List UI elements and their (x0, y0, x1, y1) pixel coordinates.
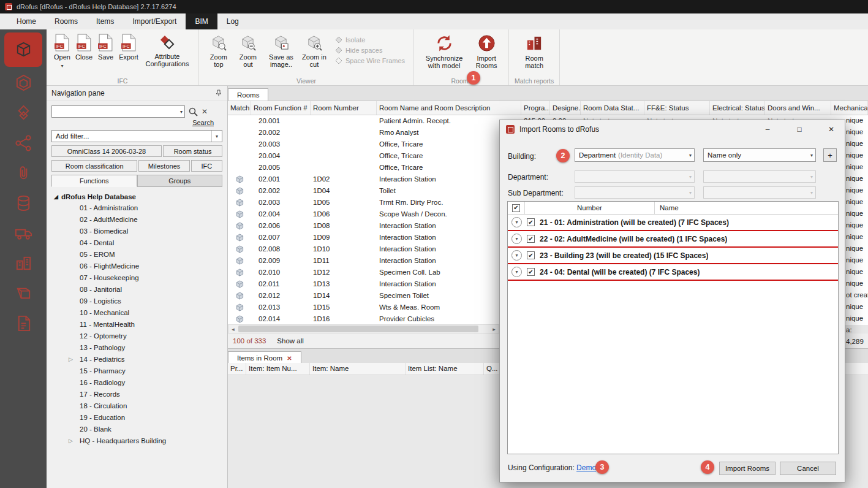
room-match-button[interactable]: Room match (514, 31, 554, 72)
column-header[interactable]: Doors and Win... (765, 101, 831, 115)
naming-dropdown[interactable]: Name only ▾ (703, 148, 816, 162)
tree-item[interactable]: ▷ 03 - Biomedical (47, 226, 227, 237)
tree-item[interactable]: ▷ 13 - Pathology (47, 342, 227, 354)
minimize-button[interactable]: – (754, 121, 781, 138)
column-header[interactable]: Room Function # (251, 101, 311, 115)
tree-item[interactable]: ▷ 01 - Administration (47, 202, 227, 214)
tree-item[interactable]: ▷ 18 - Circulation (47, 400, 227, 412)
ribbon-tab[interactable]: Rooms (45, 13, 87, 29)
tab-items-in-room[interactable]: Items in Room ✕ (228, 351, 301, 364)
sub-department-naming-dropdown[interactable]: ▾ (703, 186, 816, 199)
model-module-icon[interactable] (4, 69, 42, 97)
navigation-search-input[interactable]: ▾ (51, 105, 185, 118)
column-header[interactable]: Match (228, 101, 251, 115)
tree-item[interactable]: ▷ 08 - Janitorial (47, 284, 227, 295)
column-header[interactable]: Pr... (228, 363, 246, 375)
row-checkbox[interactable]: ✔ (527, 235, 535, 243)
tree-item[interactable]: ▷ 14 - Pediatrics (47, 354, 227, 365)
scroll-left-arrow-icon[interactable]: ◂ (228, 326, 238, 332)
tree-item-expander-icon[interactable]: ▷ (69, 354, 73, 365)
search-dropdown-caret-icon[interactable]: ▾ (180, 109, 184, 115)
save-as-image-button[interactable]: Save as image.. (263, 31, 300, 71)
filter-room-classification-button[interactable]: Room classification (51, 160, 137, 172)
row-checkbox[interactable]: ✔ (527, 218, 535, 226)
import-group-row[interactable]: ▾ ✔ 21 - 01: Administration (will be cre… (508, 215, 838, 231)
scrollbar-thumb[interactable] (238, 326, 478, 332)
column-header[interactable]: Item List: Name (406, 363, 484, 375)
tab-functions[interactable]: Functions (51, 175, 137, 187)
close-button[interactable]: ✕ (818, 121, 845, 138)
column-header[interactable]: Item: Item Nu... (246, 363, 310, 375)
show-all-link[interactable]: Show all (277, 337, 303, 345)
column-header[interactable]: FF&E: Status (644, 101, 710, 115)
tree-item[interactable]: ▷ 04 - Dental (47, 237, 227, 249)
tree-item-expander-icon[interactable]: ▷ (69, 435, 73, 447)
import-rooms-confirm-button[interactable]: Import Rooms (719, 462, 776, 475)
row-checkbox[interactable]: ✔ (527, 268, 535, 276)
filter-omniclass-button[interactable]: OmniClass 14 2006-03-28 (51, 145, 162, 157)
products-module-icon[interactable] (4, 99, 42, 127)
search-link[interactable]: Search (192, 119, 214, 126)
expand-chevron-icon[interactable]: ▾ (511, 217, 522, 227)
column-header[interactable]: Room Number (311, 101, 377, 115)
tree-root-node[interactable]: ◢ dRofus Help Database (47, 191, 227, 202)
scroll-right-arrow-icon[interactable]: ▸ (489, 326, 499, 332)
filter-room-status-button[interactable]: Room status (163, 145, 222, 157)
import-group-row[interactable]: ▾ ✔ 22 - 02: AdultMedicine (will be crea… (508, 231, 838, 248)
tab-groups[interactable]: Groups (137, 175, 223, 187)
ifc-open-button[interactable]: IFC Open▾ (51, 31, 73, 72)
horizontal-scrollbar[interactable]: ◂ ▸ (228, 324, 499, 334)
sub-department-dropdown[interactable]: ▾ (575, 186, 695, 199)
tree-item[interactable]: ▷ 07 - Housekeeping (47, 272, 227, 284)
search-icon[interactable] (189, 107, 198, 116)
column-header-number[interactable]: Number (525, 202, 655, 214)
tree-item[interactable]: ▷ 05 - EROM (47, 249, 227, 261)
import-group-row[interactable]: ▾ ✔ 23 - Building 23 (will be created) (… (508, 248, 838, 264)
cancel-button[interactable]: Cancel (780, 462, 836, 475)
tree-item[interactable]: ▷ 12 - Optometry (47, 330, 227, 342)
ifc-save-button[interactable]: IFC Save (95, 31, 116, 63)
tree-item[interactable]: ▷ 11 - MentalHealth (47, 319, 227, 330)
reports-module-icon[interactable] (4, 310, 42, 337)
filter-ifc-button[interactable]: IFC (191, 160, 222, 172)
tree-item[interactable]: ▷ 09 - Logistics (47, 295, 227, 307)
expand-chevron-icon[interactable]: ▾ (511, 250, 522, 261)
tree-item[interactable]: ▷ 20 - Blank (47, 424, 227, 435)
tree-item[interactable]: ▷ 10 - Mechanical (47, 307, 227, 319)
pin-icon[interactable] (215, 90, 222, 97)
ribbon-tab[interactable]: Home (7, 13, 45, 29)
buildings-module-icon[interactable] (4, 250, 42, 277)
tree-item[interactable]: ▷ 02 - AdultMedicine (47, 214, 227, 226)
tree-item[interactable]: ▷ 06 - FlightMedicine (47, 261, 227, 272)
attribute-configurations-button[interactable]: Attribute Configurations (141, 31, 194, 70)
building-type-dropdown[interactable]: Department(Identity Data) ▾ (575, 148, 695, 162)
synchronize-with-model-button[interactable]: Synchronize with model (419, 31, 469, 72)
rooms-module-icon[interactable] (4, 32, 42, 67)
add-mapping-button[interactable]: + (823, 148, 837, 162)
column-header[interactable]: Designe... (550, 101, 581, 115)
clear-search-icon[interactable]: ✕ (202, 107, 208, 116)
add-filter-dropdown[interactable]: Add filter... ▾ (51, 130, 222, 142)
column-header[interactable]: Mechanica... (831, 101, 868, 115)
tree-item[interactable]: ▷ 15 - Pharmacy (47, 365, 227, 377)
column-header[interactable]: Progra... (521, 101, 550, 115)
column-header[interactable]: Room Name and Room Description (377, 101, 521, 115)
tree-item[interactable]: ▷ 17 - Records (47, 389, 227, 400)
zoom-out-button[interactable]: Zoom out (233, 31, 263, 71)
ribbon-tab[interactable]: BIM (186, 13, 217, 29)
row-checkbox[interactable]: ✔ (527, 251, 535, 259)
ribbon-tab[interactable]: Items (87, 13, 123, 29)
hide-spaces-toggle[interactable]: Hide spaces (335, 47, 405, 54)
tree-item[interactable]: ▷ 16 - Radiology (47, 377, 227, 389)
ribbon-tab[interactable]: Import/Export (123, 13, 186, 29)
expand-chevron-icon[interactable]: ▾ (511, 234, 522, 244)
tree-item[interactable]: ▷ 19 - Education (47, 412, 227, 424)
attachments-module-icon[interactable] (4, 159, 42, 187)
close-tab-icon[interactable]: ✕ (287, 355, 292, 362)
search-text-field[interactable] (52, 107, 180, 116)
tab-rooms[interactable]: Rooms (228, 88, 268, 101)
maximize-button[interactable]: □ (786, 121, 813, 138)
import-group-row[interactable]: ▾ ✔ 24 - 04: Dental (will be created) (7… (508, 264, 838, 281)
department-dropdown[interactable]: ▾ (575, 170, 695, 183)
ifc-export-button[interactable]: IFC Export (116, 31, 141, 63)
